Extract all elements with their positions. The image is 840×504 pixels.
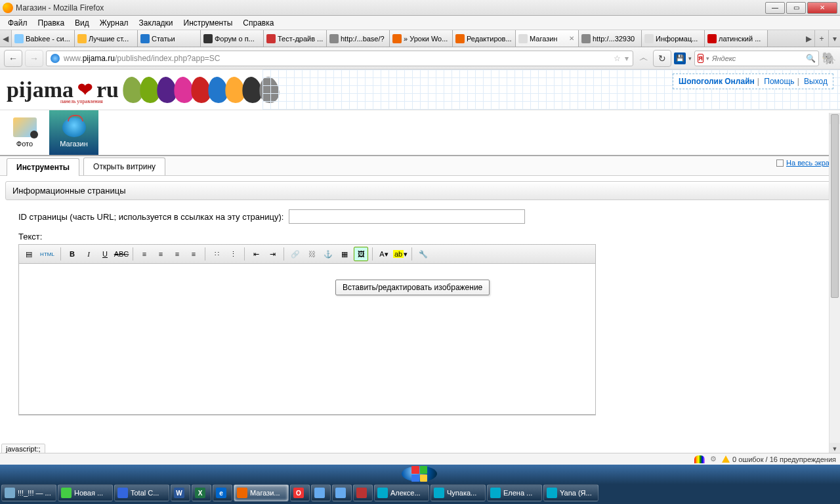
save-icon[interactable]: 💾 [674,52,686,64]
module-shop[interactable]: Магазин [49,110,98,155]
list-ordered-button[interactable]: ∷ [209,247,224,261]
taskbar-button[interactable] [311,484,331,501]
taskbar-button[interactable] [332,484,352,501]
vertical-scrollbar[interactable]: ▲ ▼ [829,113,840,454]
minimize-button[interactable]: — [765,2,785,14]
image-button[interactable]: 🖼 [354,247,368,261]
taskbar-button[interactable]: Чупака... [430,484,486,501]
dropdown-icon[interactable]: ▾ [625,54,629,63]
align-center-button[interactable]: ≡ [154,247,168,261]
browser-tab[interactable]: Магазин✕ [516,30,579,47]
gear-icon[interactable]: ⚙ [710,455,717,463]
new-tab-button[interactable]: + [815,30,828,47]
user-link[interactable]: Шопоголик Онлайн [679,77,755,86]
rss-icon[interactable]: ෴ [636,51,650,66]
browser-tab[interactable]: Лучшие ст... [75,30,138,47]
tab-label: Информац... [656,35,702,43]
fullscreen-link[interactable]: На весь экран [776,159,833,167]
menu-view[interactable]: Вид [70,17,94,29]
close-tab-icon[interactable]: ✕ [568,35,576,42]
taskbar-button[interactable]: O [290,484,310,501]
site-logo[interactable]: pijama❤ru панель управления [0,70,125,110]
start-button[interactable] [402,466,437,482]
align-right-button[interactable]: ≡ [170,247,184,261]
tab-scroll-left[interactable]: ◀ [0,30,12,47]
bg-color-button[interactable]: ab▾ [393,247,408,261]
browser-tab[interactable]: Редактиров... [453,30,516,47]
id-input[interactable] [289,209,525,224]
menu-help[interactable]: Справка [238,17,279,29]
taskbar-label: Yana (Я... [560,489,592,497]
search-box[interactable]: Я ▾ 🔍 [694,51,819,66]
align-left-button[interactable]: ≡ [137,247,152,261]
reload-button[interactable]: ↻ [653,50,671,67]
align-justify-button[interactable]: ≡ [186,247,201,261]
taskbar-button[interactable]: Елена ... [487,484,542,501]
back-button[interactable]: ← [4,50,22,67]
taskbar-button[interactable]: Алексе... [374,484,429,501]
maximize-button[interactable]: ▭ [786,2,806,14]
table-button[interactable]: ▦ [337,247,352,261]
editor-body[interactable]: Вставить/редактировать изображение [19,264,595,415]
logo-subtitle: панель управления [60,98,103,104]
taskbar-button[interactable]: e [213,484,232,501]
italic-button[interactable]: I [81,247,96,261]
menu-edit[interactable]: Правка [33,17,70,29]
rainbow-icon[interactable] [694,455,705,463]
forward-button[interactable]: → [25,50,43,67]
tab-showcase[interactable]: Открыть витрину [83,158,165,175]
editor-source-icon[interactable]: ▤ [22,247,36,261]
logout-link[interactable]: Выход [804,77,828,86]
underline-button[interactable]: U [98,247,112,261]
tab-tools[interactable]: Инструменты [7,158,79,176]
taskbar-button[interactable]: Магази... [234,484,289,501]
save-dropdown-icon[interactable]: ▾ [688,55,692,62]
browser-tab[interactable]: Babkee - си... [12,30,75,47]
search-input[interactable] [712,54,803,62]
menu-file[interactable]: Файл [3,17,33,29]
outdent-button[interactable]: ⇤ [249,247,263,261]
taskbar-button[interactable]: Total C... [114,484,169,501]
tool-button[interactable]: 🔧 [416,247,430,261]
taskbar-button[interactable] [353,484,373,501]
browser-tab[interactable]: Тест-драйв ... [264,30,327,47]
close-button[interactable]: ✕ [807,2,837,14]
star-icon[interactable]: ☆ [614,54,621,63]
browser-tab[interactable]: Форум о п... [201,30,264,47]
tab-scroll-right[interactable]: ▶ [803,30,815,47]
browser-tab[interactable]: http:/...base/? [327,30,390,47]
scroll-thumb[interactable] [831,114,839,298]
bold-button[interactable]: B [65,247,79,261]
taskbar-button[interactable]: !!!_!!! — ... [1,484,56,501]
error-warning[interactable]: 0 ошибок / 16 предупреждения [722,455,836,463]
search-go-icon[interactable]: 🔍 [806,54,816,63]
search-dropdown-icon[interactable]: ▾ [706,55,709,62]
evernote-icon[interactable]: 🐘 [822,51,836,66]
taskbar-button[interactable]: Новая ... [58,484,113,501]
indent-button[interactable]: ⇥ [265,247,280,261]
browser-tab[interactable]: Статьи [138,30,201,47]
anchor-button[interactable]: ⚓ [321,247,335,261]
menu-history[interactable]: Журнал [94,17,134,29]
menu-tools[interactable]: Инструменты [178,17,238,29]
browser-tab[interactable]: латинский ... [705,30,768,47]
taskbar-button[interactable]: X [192,484,211,501]
strike-button[interactable]: ABC [114,247,129,261]
menu-bookmarks[interactable]: Закладки [134,17,178,29]
titlebar: Магазин - Mozilla Firefox — ▭ ✕ [0,0,840,16]
browser-tab[interactable]: http:/...32930 [579,30,642,47]
tab-list-button[interactable]: ▾ [828,30,840,47]
unlink-button[interactable]: ⛓ [304,247,319,261]
text-color-button[interactable]: A▾ [377,247,391,261]
editor-html-button[interactable]: HTML [38,247,56,261]
module-photo[interactable]: Фото [0,110,49,155]
link-button[interactable]: 🔗 [288,247,303,261]
browser-tab[interactable]: Информац... [642,30,705,47]
list-unordered-button[interactable]: ⋮ [226,247,240,261]
url-input[interactable]: www.pijama.ru/published/index.php?app=SC… [46,51,633,66]
browser-tab[interactable]: » Уроки Wo... [390,30,453,47]
taskbar-button[interactable]: Yana (Я... [543,484,598,501]
taskbar-button[interactable]: W [171,484,190,501]
help-link[interactable]: Помощь [764,77,794,86]
app-icon: X [195,488,205,498]
